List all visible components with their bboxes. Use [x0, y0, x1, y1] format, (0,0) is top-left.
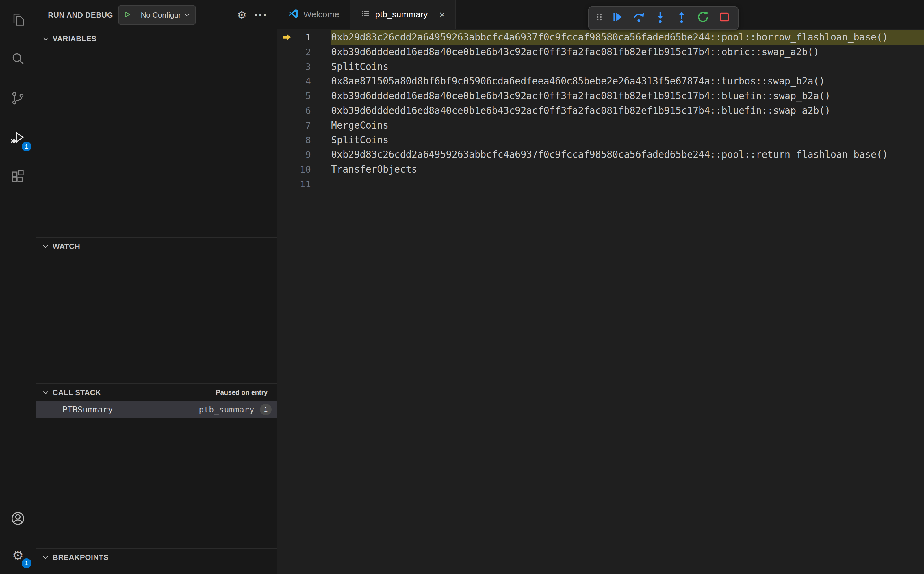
frame-source: ptb_summary: [199, 405, 254, 415]
vscode-window: 1: [0, 0, 924, 574]
code-line[interactable]: 6 0xb39d6dddedd16ed8a40ce0b1e6b43c92acf0…: [277, 104, 924, 118]
code-text: SplitCoins: [331, 133, 924, 148]
call-stack-section: CALL STACK Paused on entry PTBSummary pt…: [36, 383, 277, 548]
debug-toolbar: [588, 6, 738, 30]
editor-gutter[interactable]: 7: [277, 118, 331, 133]
code-line[interactable]: 9 0xb29d83c26cdd2a64959263abbcfc4a6937f0…: [277, 147, 924, 162]
continue-button[interactable]: [609, 9, 626, 27]
code-line[interactable]: 8 SplitCoins: [277, 133, 924, 148]
step-over-icon: [633, 11, 645, 25]
editor-gutter[interactable]: 11: [277, 177, 331, 192]
activity-item-source-control[interactable]: [0, 79, 36, 118]
run-and-debug-sidebar: RUN AND DEBUG No Configur ⚙ ···: [36, 0, 277, 574]
configuration-dropdown[interactable]: No Configur: [136, 11, 195, 20]
variables-section: VARIABLES: [36, 30, 277, 237]
editor-gutter[interactable]: 3: [277, 60, 331, 74]
gear-icon: ⚙: [12, 549, 24, 562]
tab-welcome[interactable]: Welcome: [277, 0, 350, 29]
editor-gutter[interactable]: 5: [277, 89, 331, 104]
section-label: CALL STACK: [53, 388, 101, 397]
code-line[interactable]: 7 MergeCoins: [277, 118, 924, 133]
manage-button[interactable]: ⚙ 1: [0, 537, 36, 574]
activity-item-extensions[interactable]: [0, 157, 36, 197]
code-line[interactable]: 3 SplitCoins: [277, 60, 924, 74]
code-text: 0xb29d83c26cdd2a64959263abbcfc4a6937f0c9…: [331, 147, 924, 162]
stop-button[interactable]: [715, 9, 733, 27]
editor-gutter[interactable]: 9: [277, 147, 331, 162]
line-number: 2: [294, 45, 331, 60]
code-text: 0xb29d83c26cdd2a64959263abbcfc4a6937f0c9…: [331, 30, 924, 45]
code-text: 0x8ae871505a80d8bf6bf9c05906cda6edfeea46…: [331, 74, 924, 89]
breakpoints-section-header[interactable]: BREAKPOINTS: [36, 549, 277, 566]
editor-gutter[interactable]: 8: [277, 133, 331, 148]
line-number: 3: [294, 60, 331, 74]
gripper-icon: [594, 12, 604, 24]
variables-section-header[interactable]: VARIABLES: [36, 30, 277, 47]
watch-body: [36, 255, 277, 383]
step-into-button[interactable]: [651, 9, 669, 27]
editor-gutter[interactable]: 2: [277, 45, 331, 60]
step-over-button[interactable]: [630, 9, 648, 27]
code-line[interactable]: 10 TransferObjects: [277, 162, 924, 177]
sidebar-title: RUN AND DEBUG: [48, 11, 113, 20]
toolbar-gripper[interactable]: [593, 9, 605, 27]
breakpoints-section: BREAKPOINTS: [36, 548, 277, 574]
line-number: 8: [294, 133, 331, 148]
vscode-logo-icon: [288, 8, 299, 21]
chevron-down-icon: [184, 11, 191, 19]
paused-status: Paused on entry: [216, 389, 268, 397]
code-text: 0xb39d6dddedd16ed8a40ce0b1e6b43c92acf0ff…: [331, 89, 924, 104]
line-number: 7: [294, 118, 331, 133]
source-control-icon: [10, 90, 26, 106]
frame-name: PTBSummary: [62, 405, 113, 415]
code-text: [331, 177, 924, 192]
frame-badge: 1: [260, 404, 272, 415]
chevron-down-icon: [42, 553, 50, 561]
line-number: 11: [294, 177, 331, 192]
editor-gutter[interactable]: 10: [277, 162, 331, 177]
editor-gutter[interactable]: 6: [277, 104, 331, 118]
section-label: BREAKPOINTS: [53, 553, 109, 562]
code-line[interactable]: 1 0xb29d83c26cdd2a64959263abbcfc4a6937f0…: [277, 30, 924, 45]
settings-badge: 1: [22, 558, 31, 568]
activity-item-run-and-debug[interactable]: 1: [0, 118, 36, 157]
code-text: 0xb39d6dddedd16ed8a40ce0b1e6b43c92acf0ff…: [331, 104, 924, 118]
debug-current-line-arrow: [277, 33, 294, 42]
code-line[interactable]: 2 0xb39d6dddedd16ed8a40ce0b1e6b43c92acf0…: [277, 45, 924, 60]
code-line[interactable]: 11: [277, 177, 924, 192]
watch-section-header[interactable]: WATCH: [36, 238, 277, 255]
debug-count-badge: 1: [22, 142, 31, 151]
activity-item-search[interactable]: [0, 39, 36, 79]
more-actions-button[interactable]: ···: [254, 9, 268, 21]
editor-gutter[interactable]: 1: [277, 30, 331, 45]
step-out-icon: [675, 11, 688, 25]
code-line[interactable]: 4 0x8ae871505a80d8bf6bf9c05906cda6edfeea…: [277, 74, 924, 89]
accounts-button[interactable]: [0, 500, 36, 537]
activity-item-explorer[interactable]: [0, 0, 36, 39]
code-text: TransferObjects: [331, 162, 924, 177]
line-number: 10: [294, 162, 331, 177]
editor[interactable]: 1 0xb29d83c26cdd2a64959263abbcfc4a6937f0…: [277, 29, 924, 574]
extensions-icon: [10, 169, 26, 184]
start-debugging-button[interactable]: [119, 6, 136, 24]
activity-bar: 1: [0, 0, 36, 574]
files-icon: [10, 12, 26, 27]
continue-icon: [611, 11, 623, 25]
variables-body: [36, 47, 277, 237]
code-text: MergeCoins: [331, 118, 924, 133]
call-stack-section-header[interactable]: CALL STACK Paused on entry: [36, 384, 277, 401]
debug-settings-button[interactable]: ⚙: [237, 9, 247, 20]
code-line[interactable]: 5 0xb39d6dddedd16ed8a40ce0b1e6b43c92acf0…: [277, 89, 924, 104]
call-stack-frame[interactable]: PTBSummary ptb_summary 1: [36, 401, 277, 418]
restart-button[interactable]: [694, 9, 712, 27]
tab-ptb-summary[interactable]: ptb_summary ×: [350, 0, 456, 29]
chevron-down-icon: [42, 35, 50, 43]
step-into-icon: [654, 11, 666, 25]
editor-gutter[interactable]: 4: [277, 74, 331, 89]
line-number: 9: [294, 147, 331, 162]
section-label: VARIABLES: [53, 35, 96, 43]
close-icon[interactable]: ×: [439, 9, 445, 19]
line-number: 1: [294, 30, 331, 45]
step-out-button[interactable]: [673, 9, 691, 27]
play-icon: [123, 10, 131, 20]
